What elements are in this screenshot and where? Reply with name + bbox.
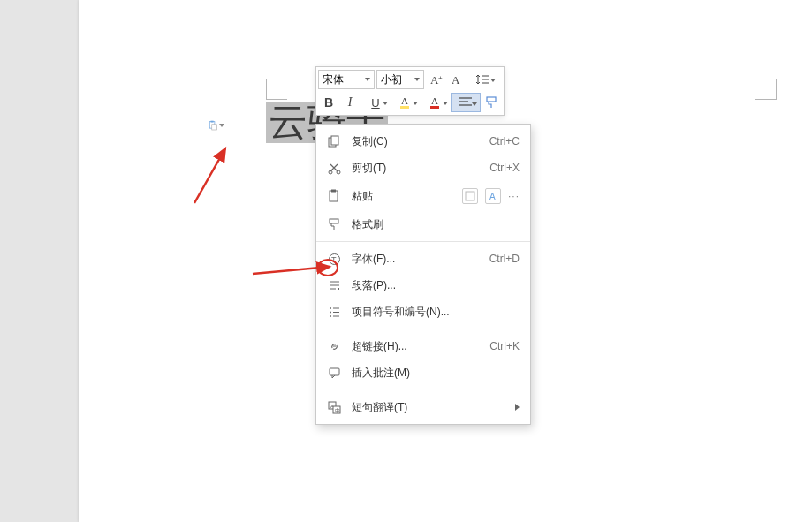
svg-rect-2 — [212, 125, 217, 130]
menu-bullets[interactable]: 项目符号和编号(N)... — [316, 299, 530, 325]
menu-label: 字体(F)... — [352, 252, 489, 267]
format-painter-button[interactable] — [481, 93, 502, 112]
svg-point-21 — [337, 170, 340, 174]
svg-point-34 — [330, 311, 331, 313]
menu-font[interactable]: T 字体(F)... Ctrl+D — [316, 246, 530, 272]
align-button[interactable] — [451, 93, 481, 112]
svg-text:+: + — [438, 74, 443, 82]
menu-translate[interactable]: A中 短句翻译(T) — [316, 394, 530, 420]
separator — [316, 241, 530, 242]
more-icon[interactable]: ··· — [508, 190, 520, 202]
margin-marker-right — [755, 79, 777, 100]
font-color-button[interactable]: A — [421, 93, 451, 112]
mini-toolbar: A+ A- B I U A A — [315, 66, 505, 116]
highlight-color-button[interactable]: A — [391, 93, 421, 112]
format-painter-icon — [325, 216, 343, 233]
svg-text:A: A — [489, 192, 496, 201]
svg-text:A: A — [431, 95, 438, 106]
svg-rect-24 — [466, 192, 474, 200]
menu-label: 超链接(H)... — [352, 339, 489, 354]
chevron-down-icon[interactable] — [411, 71, 423, 88]
context-menu: 复制(C) Ctrl+C 剪切(T) Ctrl+X 粘贴 A ··· 格式刷 T… — [315, 124, 531, 425]
menu-label: 格式刷 — [352, 217, 520, 232]
menu-label: 粘贴 — [352, 189, 462, 204]
svg-rect-38 — [330, 368, 339, 375]
svg-text:T: T — [331, 255, 337, 264]
menu-label: 复制(C) — [352, 134, 489, 149]
underline-button[interactable]: U — [360, 93, 391, 112]
translate-icon: A中 — [325, 398, 343, 416]
menu-shortcut: Ctrl+C — [489, 135, 520, 148]
menu-label: 短句翻译(T) — [352, 400, 508, 415]
paste-options-floater[interactable] — [209, 117, 224, 133]
paste-text-only-icon[interactable]: A — [485, 188, 501, 204]
svg-rect-1 — [211, 121, 214, 123]
svg-rect-13 — [430, 106, 439, 109]
svg-point-32 — [330, 307, 331, 309]
svg-rect-19 — [331, 136, 338, 145]
menu-copy[interactable]: 复制(C) Ctrl+C — [316, 128, 530, 155]
font-size-input[interactable] — [377, 71, 411, 88]
menu-shortcut: Ctrl+X — [489, 162, 520, 174]
scissors-icon — [325, 159, 343, 177]
menu-comment[interactable]: 插入批注(M) — [316, 359, 530, 386]
line-spacing-button[interactable] — [468, 70, 498, 89]
font-family-input[interactable] — [319, 71, 361, 88]
svg-rect-26 — [330, 219, 338, 223]
bullets-icon — [325, 303, 343, 321]
separator — [316, 390, 530, 390]
svg-rect-23 — [331, 190, 336, 193]
menu-label: 项目符号和编号(N)... — [352, 305, 520, 320]
comment-icon — [325, 364, 343, 382]
italic-button[interactable]: I — [339, 93, 360, 112]
chevron-down-icon[interactable] — [361, 71, 374, 88]
svg-rect-22 — [330, 191, 338, 201]
menu-hyperlink[interactable]: 超链接(H)... Ctrl+K — [316, 333, 530, 359]
menu-label: 段落(P)... — [352, 278, 520, 293]
menu-label: 插入批注(M) — [352, 366, 520, 381]
svg-text:A: A — [401, 95, 408, 106]
menu-label: 剪切(T) — [352, 161, 489, 176]
decrease-font-button[interactable]: A- — [447, 70, 468, 89]
separator — [316, 329, 530, 329]
margin-marker-left — [266, 79, 287, 100]
svg-text:-: - — [459, 74, 462, 82]
menu-paragraph[interactable]: 段落(P)... — [316, 272, 530, 299]
menu-cut[interactable]: 剪切(T) Ctrl+X — [316, 155, 530, 181]
chevron-right-icon — [515, 404, 520, 411]
menu-shortcut: Ctrl+K — [489, 340, 520, 352]
copy-icon — [325, 132, 343, 150]
svg-point-36 — [330, 315, 331, 317]
font-size-combo[interactable] — [376, 70, 424, 89]
menu-paste[interactable]: 粘贴 A ··· — [316, 181, 530, 211]
increase-font-button[interactable]: A+ — [426, 70, 447, 89]
clipboard-icon — [209, 118, 217, 132]
paragraph-icon — [325, 276, 343, 294]
svg-text:中: 中 — [335, 407, 340, 412]
menu-format-painter[interactable]: 格式刷 — [316, 211, 530, 238]
menu-shortcut: Ctrl+D — [489, 253, 520, 265]
bold-button[interactable]: B — [318, 93, 339, 112]
font-icon: T — [325, 250, 343, 268]
font-family-combo[interactable] — [318, 70, 375, 89]
svg-rect-11 — [400, 106, 409, 109]
clipboard-icon — [325, 187, 343, 205]
paste-keep-format-icon[interactable] — [462, 188, 478, 204]
paste-options: A ··· — [462, 188, 520, 204]
svg-rect-17 — [487, 97, 496, 102]
link-icon — [325, 337, 343, 355]
